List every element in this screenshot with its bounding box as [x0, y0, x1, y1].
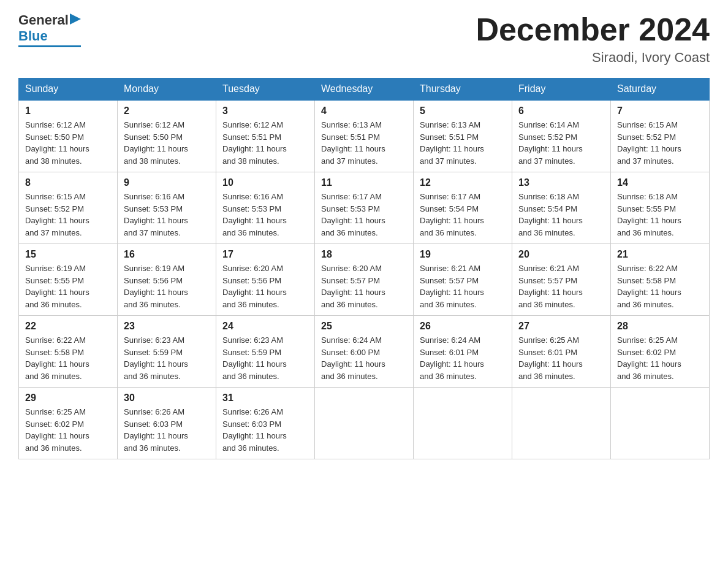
- day-cell: 12Sunrise: 6:17 AM Sunset: 5:54 PM Dayli…: [414, 172, 512, 244]
- day-cell: 9Sunrise: 6:16 AM Sunset: 5:53 PM Daylig…: [118, 172, 216, 244]
- week-row-3: 15Sunrise: 6:19 AM Sunset: 5:55 PM Dayli…: [19, 244, 710, 316]
- day-info: Sunrise: 6:13 AM Sunset: 5:51 PM Dayligh…: [420, 119, 506, 167]
- day-cell: 30Sunrise: 6:26 AM Sunset: 6:03 PM Dayli…: [118, 388, 216, 459]
- day-cell: [315, 388, 414, 459]
- day-cell: [512, 388, 611, 459]
- svg-marker-0: [70, 13, 81, 25]
- day-number: 3: [222, 105, 308, 117]
- week-row-4: 22Sunrise: 6:22 AM Sunset: 5:58 PM Dayli…: [19, 316, 710, 388]
- day-info: Sunrise: 6:16 AM Sunset: 5:53 PM Dayligh…: [222, 191, 308, 239]
- day-number: 4: [321, 105, 407, 117]
- day-info: Sunrise: 6:23 AM Sunset: 5:59 PM Dayligh…: [124, 334, 210, 382]
- day-number: 8: [25, 177, 111, 188]
- day-cell: 26Sunrise: 6:24 AM Sunset: 6:01 PM Dayli…: [414, 316, 512, 388]
- header-sunday: Sunday: [19, 79, 118, 101]
- day-number: 28: [617, 321, 703, 332]
- header-wednesday: Wednesday: [315, 79, 414, 101]
- day-info: Sunrise: 6:20 AM Sunset: 5:57 PM Dayligh…: [321, 262, 407, 310]
- header-monday: Monday: [118, 79, 216, 101]
- day-info: Sunrise: 6:18 AM Sunset: 5:55 PM Dayligh…: [617, 191, 703, 239]
- day-cell: 3Sunrise: 6:12 AM Sunset: 5:51 PM Daylig…: [216, 100, 315, 172]
- day-info: Sunrise: 6:25 AM Sunset: 6:02 PM Dayligh…: [617, 334, 703, 382]
- day-info: Sunrise: 6:26 AM Sunset: 6:03 PM Dayligh…: [222, 406, 308, 454]
- page-header: General Blue December 2024 Siraodi, Ivor…: [18, 12, 710, 66]
- day-cell: [414, 388, 512, 459]
- header-saturday: Saturday: [611, 79, 710, 101]
- day-cell: 10Sunrise: 6:16 AM Sunset: 5:53 PM Dayli…: [216, 172, 315, 244]
- week-row-1: 1Sunrise: 6:12 AM Sunset: 5:50 PM Daylig…: [19, 100, 710, 172]
- day-number: 14: [617, 177, 703, 188]
- day-info: Sunrise: 6:12 AM Sunset: 5:50 PM Dayligh…: [124, 119, 210, 167]
- day-cell: 11Sunrise: 6:17 AM Sunset: 5:53 PM Dayli…: [315, 172, 414, 244]
- day-number: 6: [518, 105, 604, 117]
- day-cell: 21Sunrise: 6:22 AM Sunset: 5:58 PM Dayli…: [611, 244, 710, 316]
- day-cell: 8Sunrise: 6:15 AM Sunset: 5:52 PM Daylig…: [19, 172, 118, 244]
- day-info: Sunrise: 6:24 AM Sunset: 6:00 PM Dayligh…: [321, 334, 407, 382]
- day-number: 20: [518, 249, 604, 260]
- day-cell: 1Sunrise: 6:12 AM Sunset: 5:50 PM Daylig…: [19, 100, 118, 172]
- day-number: 19: [420, 249, 506, 260]
- day-cell: 18Sunrise: 6:20 AM Sunset: 5:57 PM Dayli…: [315, 244, 414, 316]
- calendar-table: SundayMondayTuesdayWednesdayThursdayFrid…: [18, 78, 710, 459]
- day-number: 7: [617, 105, 703, 117]
- day-number: 18: [321, 249, 407, 260]
- day-cell: 19Sunrise: 6:21 AM Sunset: 5:57 PM Dayli…: [414, 244, 512, 316]
- day-number: 23: [124, 321, 210, 332]
- week-row-5: 29Sunrise: 6:25 AM Sunset: 6:02 PM Dayli…: [19, 388, 710, 459]
- day-info: Sunrise: 6:21 AM Sunset: 5:57 PM Dayligh…: [518, 262, 604, 310]
- day-cell: 25Sunrise: 6:24 AM Sunset: 6:00 PM Dayli…: [315, 316, 414, 388]
- day-number: 26: [420, 321, 506, 332]
- day-number: 9: [124, 177, 210, 188]
- day-number: 29: [25, 393, 111, 404]
- day-number: 22: [25, 321, 111, 332]
- day-info: Sunrise: 6:17 AM Sunset: 5:54 PM Dayligh…: [420, 191, 506, 239]
- day-info: Sunrise: 6:16 AM Sunset: 5:53 PM Dayligh…: [124, 191, 210, 239]
- day-cell: 20Sunrise: 6:21 AM Sunset: 5:57 PM Dayli…: [512, 244, 611, 316]
- day-cell: 4Sunrise: 6:13 AM Sunset: 5:51 PM Daylig…: [315, 100, 414, 172]
- title-section: December 2024 Siraodi, Ivory Coast: [476, 12, 710, 66]
- day-cell: [611, 388, 710, 459]
- day-cell: 2Sunrise: 6:12 AM Sunset: 5:50 PM Daylig…: [118, 100, 216, 172]
- day-number: 15: [25, 249, 111, 260]
- day-number: 30: [124, 393, 210, 404]
- day-info: Sunrise: 6:24 AM Sunset: 6:01 PM Dayligh…: [420, 334, 506, 382]
- day-number: 11: [321, 177, 407, 188]
- day-info: Sunrise: 6:25 AM Sunset: 6:01 PM Dayligh…: [518, 334, 604, 382]
- day-cell: 15Sunrise: 6:19 AM Sunset: 5:55 PM Dayli…: [19, 244, 118, 316]
- day-info: Sunrise: 6:19 AM Sunset: 5:56 PM Dayligh…: [124, 262, 210, 310]
- day-cell: 27Sunrise: 6:25 AM Sunset: 6:01 PM Dayli…: [512, 316, 611, 388]
- day-cell: 5Sunrise: 6:13 AM Sunset: 5:51 PM Daylig…: [414, 100, 512, 172]
- day-number: 21: [617, 249, 703, 260]
- day-info: Sunrise: 6:15 AM Sunset: 5:52 PM Dayligh…: [25, 191, 111, 239]
- month-title: December 2024: [476, 12, 710, 47]
- day-info: Sunrise: 6:15 AM Sunset: 5:52 PM Dayligh…: [617, 119, 703, 167]
- week-row-2: 8Sunrise: 6:15 AM Sunset: 5:52 PM Daylig…: [19, 172, 710, 244]
- day-cell: 7Sunrise: 6:15 AM Sunset: 5:52 PM Daylig…: [611, 100, 710, 172]
- day-number: 10: [222, 177, 308, 188]
- day-number: 2: [124, 105, 210, 117]
- header-tuesday: Tuesday: [216, 79, 315, 101]
- day-cell: 22Sunrise: 6:22 AM Sunset: 5:58 PM Dayli…: [19, 316, 118, 388]
- day-info: Sunrise: 6:21 AM Sunset: 5:57 PM Dayligh…: [420, 262, 506, 310]
- header-friday: Friday: [512, 79, 611, 101]
- day-number: 13: [518, 177, 604, 188]
- day-cell: 17Sunrise: 6:20 AM Sunset: 5:56 PM Dayli…: [216, 244, 315, 316]
- day-info: Sunrise: 6:22 AM Sunset: 5:58 PM Dayligh…: [25, 334, 111, 382]
- day-cell: 31Sunrise: 6:26 AM Sunset: 6:03 PM Dayli…: [216, 388, 315, 459]
- logo-triangle-icon: [70, 13, 81, 25]
- day-number: 17: [222, 249, 308, 260]
- day-cell: 14Sunrise: 6:18 AM Sunset: 5:55 PM Dayli…: [611, 172, 710, 244]
- logo-general: General: [18, 12, 69, 28]
- day-cell: 23Sunrise: 6:23 AM Sunset: 5:59 PM Dayli…: [118, 316, 216, 388]
- day-cell: 24Sunrise: 6:23 AM Sunset: 5:59 PM Dayli…: [216, 316, 315, 388]
- day-cell: 29Sunrise: 6:25 AM Sunset: 6:02 PM Dayli…: [19, 388, 118, 459]
- day-number: 31: [222, 393, 308, 404]
- day-info: Sunrise: 6:12 AM Sunset: 5:51 PM Dayligh…: [222, 119, 308, 167]
- header-thursday: Thursday: [414, 79, 512, 101]
- logo: General Blue: [18, 12, 81, 47]
- day-cell: 16Sunrise: 6:19 AM Sunset: 5:56 PM Dayli…: [118, 244, 216, 316]
- day-info: Sunrise: 6:19 AM Sunset: 5:55 PM Dayligh…: [25, 262, 111, 310]
- day-info: Sunrise: 6:20 AM Sunset: 5:56 PM Dayligh…: [222, 262, 308, 310]
- day-cell: 28Sunrise: 6:25 AM Sunset: 6:02 PM Dayli…: [611, 316, 710, 388]
- day-number: 27: [518, 321, 604, 332]
